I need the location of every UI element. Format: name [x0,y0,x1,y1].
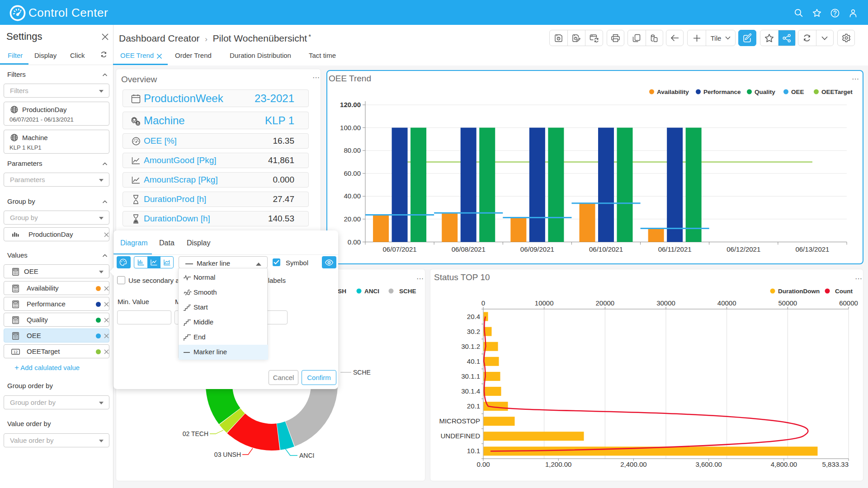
svg-text:OEE: OEE [791,89,804,95]
svg-text:06/08/2021: 06/08/2021 [452,245,486,253]
svg-text:02 TECH: 02 TECH [183,430,208,437]
svg-text:OEETarget: OEETarget [821,89,853,95]
svg-text:20.1: 20.1 [467,402,480,410]
svg-text:ANCI: ANCI [364,288,379,295]
svg-text:30.2: 30.2 [467,328,480,335]
svg-text:40.00: 40.00 [344,192,361,200]
svg-text:5,833.33: 5,833.33 [822,460,849,468]
svg-text:30000: 30000 [656,299,675,307]
svg-text:10.1: 10.1 [467,447,480,455]
svg-text:06/12/2021: 06/12/2021 [726,245,760,253]
svg-text:SCHE: SCHE [399,288,416,295]
svg-text:10000: 10000 [535,299,554,307]
svg-text:80.00: 80.00 [344,146,361,154]
svg-text:4,800.00: 4,800.00 [771,460,797,468]
svg-text:40.1: 40.1 [467,357,480,365]
svg-text:ANCI: ANCI [299,452,314,459]
svg-text:SCHE: SCHE [353,369,371,376]
svg-text:Performance: Performance [703,89,741,95]
svg-text:60000: 60000 [839,299,858,307]
svg-text:0: 0 [481,299,485,307]
svg-text:30.1.1: 30.1.1 [461,372,480,380]
svg-text:06/11/2021: 06/11/2021 [658,245,692,253]
svg-text:Availability: Availability [657,89,689,95]
svg-text:06/10/2021: 06/10/2021 [589,245,623,253]
svg-text:MICROSTOP: MICROSTOP [439,417,480,425]
svg-text:Count: Count [835,288,853,295]
svg-text:06/13/2021: 06/13/2021 [795,245,829,253]
svg-text:50000: 50000 [778,299,797,307]
svg-text:20.00: 20.00 [344,215,361,223]
svg-text:UNDEFINED: UNDEFINED [440,432,480,440]
svg-text:0.00: 0.00 [476,460,490,468]
svg-text:2,400.00: 2,400.00 [620,460,646,468]
svg-text:40000: 40000 [717,299,736,307]
svg-text:Quality: Quality [755,89,775,95]
svg-text:03 UNSH: 03 UNSH [214,451,241,458]
svg-text:60.00: 60.00 [344,169,361,177]
svg-text:30.1.4: 30.1.4 [461,387,480,395]
svg-text:06/07/2021: 06/07/2021 [383,245,417,253]
svg-text:30.1.2: 30.1.2 [461,343,480,350]
svg-text:0.00: 0.00 [348,238,361,246]
svg-text:06/09/2021: 06/09/2021 [520,245,554,253]
svg-text:12: 12 [14,350,18,354]
svg-text:1,200.00: 1,200.00 [545,460,571,468]
svg-text:20000: 20000 [595,299,614,307]
svg-text:3,600.00: 3,600.00 [696,460,722,468]
svg-text:DurationDown: DurationDown [778,288,820,295]
svg-text:120.00: 120.00 [340,101,361,108]
svg-text:100.00: 100.00 [340,124,361,131]
svg-text:20.4: 20.4 [467,313,480,320]
